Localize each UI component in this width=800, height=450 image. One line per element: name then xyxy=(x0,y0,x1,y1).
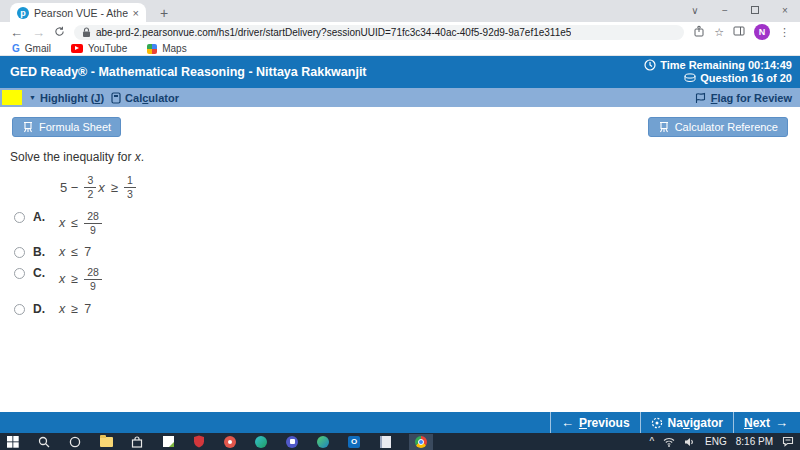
calculator-reference-label: Calculator Reference xyxy=(675,121,778,133)
radio-button[interactable] xyxy=(14,304,25,315)
back-icon[interactable]: ← xyxy=(10,26,23,39)
notification-center-icon[interactable] xyxy=(782,436,794,447)
formula-sheet-button[interactable]: Formula Sheet xyxy=(12,117,121,137)
option-math: x ≥ 289 xyxy=(59,266,102,292)
taskbar-search-button[interactable] xyxy=(37,435,51,449)
browser-tab[interactable]: p Pearson VUE - Athena × xyxy=(10,3,146,22)
option-letter: A. xyxy=(33,210,57,224)
answer-option-d[interactable]: D. x ≥ 7 xyxy=(14,302,800,316)
navigator-button[interactable]: Navigator xyxy=(640,412,733,433)
option-letter: D. xyxy=(33,302,57,316)
next-button[interactable]: Next → xyxy=(733,412,798,433)
question-equation: 5 − 32 x ≥ 13 xyxy=(60,174,800,200)
answer-options: A. x ≤ 289 B. x ≤ 7 C. xyxy=(14,210,800,315)
calculator-reference-icon xyxy=(658,121,670,133)
paint-3d-icon xyxy=(224,436,236,448)
outlook-button[interactable]: O xyxy=(347,435,361,449)
notebook-app-button[interactable] xyxy=(378,435,392,449)
tab-close-icon[interactable]: × xyxy=(133,7,139,19)
file-explorer-button[interactable] xyxy=(99,435,113,449)
calculator-icon xyxy=(111,92,121,104)
bookmarks-bar: G Gmail YouTube Maps xyxy=(0,42,800,56)
share-icon[interactable] xyxy=(693,25,705,39)
answer-option-c[interactable]: C. x ≥ 289 xyxy=(14,266,800,292)
store-button[interactable] xyxy=(130,435,144,449)
url-text: abe-prd-2.pearsonvue.com/hs1/driver/star… xyxy=(96,27,571,38)
flag-label: Flag for Review xyxy=(711,92,792,104)
tray-chevron-icon[interactable]: ^ xyxy=(649,436,654,447)
fraction: 289 xyxy=(84,210,102,236)
app-teal-sphere-button[interactable] xyxy=(254,435,268,449)
gmail-icon: G xyxy=(12,43,20,54)
refresh-icon[interactable] xyxy=(54,26,65,39)
teams-button[interactable] xyxy=(285,435,299,449)
minimize-button[interactable]: − xyxy=(710,0,740,20)
security-app-button[interactable] xyxy=(192,435,206,449)
wifi-icon[interactable] xyxy=(663,437,675,447)
question-prompt: Solve the inequality for x. xyxy=(10,150,800,164)
bookmark-gmail[interactable]: G Gmail xyxy=(12,43,51,54)
bookmark-label: YouTube xyxy=(88,43,127,54)
formula-sheet-label: Formula Sheet xyxy=(39,121,111,133)
highlight-color-swatch[interactable] xyxy=(2,90,22,105)
lock-icon xyxy=(82,27,91,38)
browser-menu-icon[interactable]: ⋮ xyxy=(779,27,790,38)
highlight-button[interactable]: ▼ Highlight (J) xyxy=(29,92,104,104)
forward-icon[interactable]: → xyxy=(32,26,45,39)
cortana-button[interactable] xyxy=(68,435,82,449)
flag-for-review-button[interactable]: Flag for Review xyxy=(694,92,792,104)
option-letter: B. xyxy=(33,245,57,259)
radio-button[interactable] xyxy=(14,212,25,223)
teal-sphere-icon xyxy=(255,436,267,448)
profile-avatar[interactable]: N xyxy=(754,24,770,40)
paint-3d-button[interactable] xyxy=(223,435,237,449)
sidebar-icon[interactable] xyxy=(733,25,745,39)
question-area: Formula Sheet Calculator Reference Solve… xyxy=(0,107,800,412)
new-tab-button[interactable]: + xyxy=(160,6,168,20)
system-tray: ^ ENG 8:16 PM xyxy=(649,436,794,447)
sticky-notes-icon xyxy=(163,436,174,447)
address-bar: ← → abe-prd-2.pearsonvue.com/hs1/driver/… xyxy=(0,22,800,42)
bookmark-youtube[interactable]: YouTube xyxy=(71,43,127,54)
pearson-favicon-icon: p xyxy=(17,7,29,19)
question-progress-text: Question 16 of 20 xyxy=(700,72,792,84)
fraction: 289 xyxy=(84,266,102,292)
answer-option-a[interactable]: A. x ≤ 289 xyxy=(14,210,800,236)
calculator-reference-button[interactable]: Calculator Reference xyxy=(648,117,788,137)
flag-icon xyxy=(694,92,707,104)
green-sphere-icon xyxy=(317,436,329,448)
window-controls: ∨ − × xyxy=(680,0,800,20)
calculator-label: Calculator xyxy=(125,92,179,104)
radio-button[interactable] xyxy=(14,268,25,279)
previous-button[interactable]: ← Previous xyxy=(550,412,640,433)
chrome-button-active[interactable] xyxy=(409,434,433,450)
windows-taskbar: O ^ ENG 8:16 PM xyxy=(0,433,800,450)
radio-button[interactable] xyxy=(14,247,25,258)
bookmark-maps[interactable]: Maps xyxy=(147,43,186,54)
exam-status: Time Remaining 00:14:49 Question 16 of 2… xyxy=(644,58,792,85)
bookmark-star-icon[interactable]: ☆ xyxy=(714,27,724,38)
fraction: 13 xyxy=(124,174,136,200)
time-remaining: Time Remaining 00:14:49 xyxy=(644,59,792,71)
language-indicator[interactable]: ENG xyxy=(705,436,727,447)
app-green-sphere-button[interactable] xyxy=(316,435,330,449)
maximize-icon xyxy=(751,6,759,14)
answer-option-b[interactable]: B. x ≤ 7 xyxy=(14,245,800,259)
teams-icon xyxy=(286,436,298,448)
window-chevron-icon[interactable]: ∨ xyxy=(680,0,710,20)
url-field[interactable]: abe-prd-2.pearsonvue.com/hs1/driver/star… xyxy=(74,25,684,40)
volume-icon[interactable] xyxy=(684,437,696,447)
fraction: 32 xyxy=(84,174,96,200)
sticky-notes-button[interactable] xyxy=(161,435,175,449)
start-button[interactable] xyxy=(6,435,20,449)
question-stack-icon xyxy=(684,73,696,83)
option-math: x ≤ 289 xyxy=(59,210,102,236)
taskbar-clock[interactable]: 8:16 PM xyxy=(736,436,773,447)
option-math: x ≤ 7 xyxy=(59,245,91,259)
question-progress: Question 16 of 20 xyxy=(684,72,792,84)
close-button[interactable]: × xyxy=(770,0,800,20)
next-label: Next xyxy=(744,416,770,430)
previous-arrow-icon: ← xyxy=(561,415,574,430)
maximize-button[interactable] xyxy=(740,0,770,20)
calculator-button[interactable]: Calculator xyxy=(111,92,179,104)
